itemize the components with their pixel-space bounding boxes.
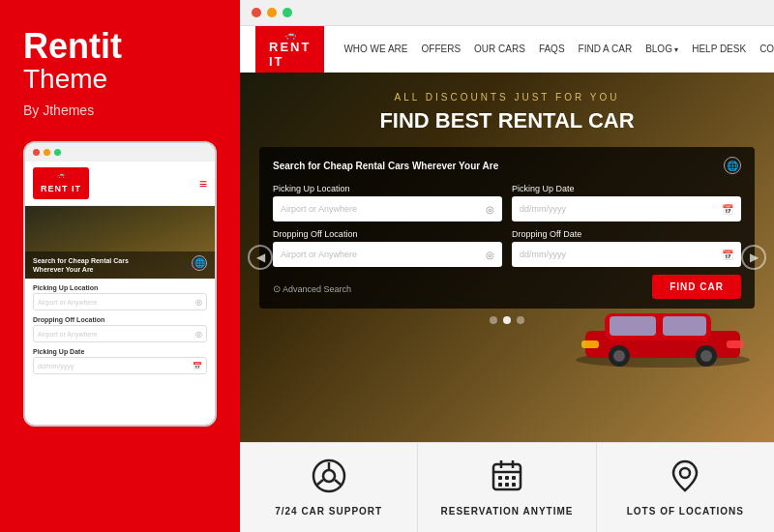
car-support-label: 7/24 CAR SUPPORT (275, 506, 382, 517)
search-form-header: Search for Cheap Rental Cars Wherever Yo… (273, 157, 741, 174)
nav-blog[interactable]: BLOG (645, 44, 678, 54)
mobile-logo-car-icon: 🚗 (41, 171, 81, 178)
nav-offers[interactable]: OFFERS (422, 44, 461, 54)
svg-rect-22 (512, 476, 516, 480)
features-row: 7/24 CAR SUPPORT (240, 442, 774, 532)
svg-rect-21 (505, 476, 509, 480)
pickup-location-label: Picking Up Location (273, 184, 502, 193)
right-panel: 🚗 RENT IT WHO WE ARE OFFERS OUR CARS FAQ… (240, 0, 774, 532)
browser-dot-yellow[interactable] (267, 8, 277, 17)
site-logo-car-icon: 🚗 (284, 29, 296, 40)
nav-our-cars[interactable]: OUR CARS (474, 44, 525, 54)
mobile-dropoff-label: Dropping Off Location (33, 316, 207, 323)
pickup-location-placeholder: Airport or Anywhere (281, 204, 357, 214)
advanced-search-link[interactable]: ⊙ Advanced Search (273, 283, 351, 294)
mobile-browser-dots (25, 143, 215, 162)
slider-dot-3[interactable] (517, 316, 524, 324)
pickup-location-icon: ◎ (486, 204, 494, 215)
site-logo-text: RENT IT (269, 40, 311, 69)
hero-content: ALL DISCOUNTS JUST FOR YOU FIND BEST REN… (240, 73, 774, 147)
nav-contact[interactable]: CONTACT (759, 44, 774, 54)
nav-faqs[interactable]: FAQS (539, 44, 565, 54)
mobile-dropoff-input[interactable]: Airport or Anywhere ◎ (33, 325, 207, 342)
browser-dot-red[interactable] (252, 8, 261, 17)
svg-rect-4 (663, 316, 706, 336)
dropoff-location-input[interactable]: Airport or Anywhere ◎ (273, 242, 502, 267)
locations-label: LOTS OF LOCATIONS (627, 506, 744, 517)
pickup-calendar-icon: 📅 (722, 204, 733, 215)
browser-chrome (240, 0, 774, 26)
locations-icon (668, 458, 702, 498)
reservation-label: RESERVATION ANYTIME (441, 506, 574, 517)
mobile-logo-text: RENT IT (41, 184, 81, 193)
nav-help-desk[interactable]: HELP DESK (692, 44, 746, 54)
svg-point-8 (700, 350, 712, 362)
dropoff-date-input[interactable]: dd/mm/yyyy 📅 (512, 242, 741, 267)
mobile-date-label: Picking Up Date (33, 348, 207, 355)
pickup-date-field: Picking Up Date dd/mm/yyyy 📅 (512, 184, 741, 222)
hero-tagline: ALL DISCOUNTS JUST FOR YOU (269, 92, 745, 103)
advanced-search-anchor[interactable]: Advanced Search (283, 284, 351, 294)
hero-section: ◀ ▶ ALL DISCOUNTS JUST FOR YOU FIND BEST… (240, 73, 774, 442)
pickup-location-field: Picking Up Location Airport or Anywhere … (273, 184, 502, 222)
globe-icon: 🌐 (724, 157, 741, 174)
by-line: By Jthemes (23, 103, 217, 118)
mobile-pickup-input[interactable]: Airport or Anywhere ◎ (33, 293, 207, 310)
pickup-date-placeholder: dd/mm/yyyy (520, 204, 566, 214)
svg-rect-23 (498, 483, 502, 487)
svg-point-12 (323, 470, 335, 482)
mobile-hero-text: Search for Cheap Rental CarsWherever You… (33, 256, 207, 274)
nav-who-we-are[interactable]: WHO WE ARE (343, 44, 407, 54)
left-panel: Rentit Theme By Jthemes 🚗 RENT IT ≡ Sear… (0, 0, 240, 532)
mobile-date-input[interactable]: dd/mm/yyyy 📅 (33, 357, 207, 374)
dropoff-date-placeholder: dd/mm/yyyy (520, 250, 566, 259)
mobile-hamburger-icon[interactable]: ≡ (199, 177, 207, 191)
svg-rect-9 (581, 340, 599, 348)
mobile-logo: 🚗 RENT IT (33, 167, 89, 199)
svg-rect-25 (512, 483, 516, 487)
feature-reservation: RESERVATION ANYTIME (418, 443, 596, 532)
site-nav: 🚗 RENT IT WHO WE ARE OFFERS OUR CARS FAQ… (240, 26, 774, 73)
mobile-calendar-icon: 📅 (193, 362, 202, 370)
slider-dot-1[interactable] (490, 316, 497, 324)
reservation-icon (490, 458, 524, 498)
mobile-form: Picking Up Location Airport or Anywhere … (25, 279, 215, 386)
brand-subtitle: Theme (23, 64, 217, 95)
dropoff-calendar-icon: 📅 (722, 250, 733, 260)
hero-title: FIND BEST RENTAL CAR (269, 108, 745, 133)
svg-rect-20 (498, 476, 502, 480)
pickup-date-input[interactable]: dd/mm/yyyy 📅 (512, 196, 741, 222)
mobile-header: 🚗 RENT IT ≡ (25, 162, 215, 206)
brand-title: Rentit (23, 29, 217, 64)
mobile-pickup-label: Picking Up Location (33, 284, 207, 291)
hero-prev-arrow[interactable]: ◀ (248, 245, 273, 270)
search-form: Search for Cheap Rental Cars Wherever Yo… (259, 147, 755, 309)
dropoff-date-label: Dropping Off Date (512, 229, 741, 239)
mobile-dropoff-location-icon: ◎ (195, 330, 202, 339)
nav-links: WHO WE ARE OFFERS OUR CARS FAQS FIND A C… (343, 44, 774, 54)
svg-rect-24 (505, 483, 509, 487)
svg-line-14 (335, 480, 341, 485)
desktop-site: 🚗 RENT IT WHO WE ARE OFFERS OUR CARS FAQ… (240, 26, 774, 532)
pickup-location-input[interactable]: Airport or Anywhere ◎ (273, 196, 502, 222)
car-image (566, 292, 759, 369)
nav-find-a-car[interactable]: FIND A CAR (579, 44, 633, 54)
mobile-location-icon: ◎ (195, 298, 202, 307)
svg-line-15 (317, 480, 323, 485)
dropoff-location-field: Dropping Off Location Airport or Anywher… (273, 229, 502, 267)
slider-dot-2[interactable] (503, 316, 511, 324)
mobile-hero: Search for Cheap Rental CarsWherever You… (25, 206, 215, 279)
dropoff-date-field: Dropping Off Date dd/mm/yyyy 📅 (512, 229, 741, 267)
mobile-pickup-placeholder: Airport or Anywhere (38, 299, 97, 306)
site-logo: 🚗 RENT IT (255, 26, 324, 74)
browser-dot-green[interactable] (283, 8, 292, 17)
car-support-icon (312, 458, 346, 498)
mobile-mockup: 🚗 RENT IT ≡ Search for Cheap Rental Cars… (23, 141, 217, 427)
dropoff-location-icon: ◎ (486, 250, 494, 260)
mobile-globe-icon: 🌐 (192, 255, 207, 271)
mobile-date-placeholder: dd/mm/yyyy (38, 363, 74, 369)
search-form-title: Search for Cheap Rental Cars Wherever Yo… (273, 161, 498, 171)
dropoff-location-label: Dropping Off Location (273, 229, 502, 239)
hero-next-arrow[interactable]: ▶ (741, 245, 766, 270)
svg-rect-3 (610, 316, 656, 336)
